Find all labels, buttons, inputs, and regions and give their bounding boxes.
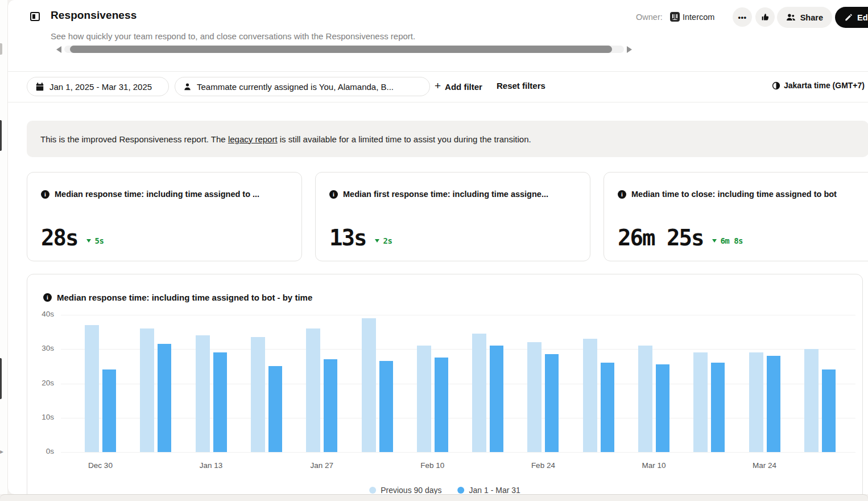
reset-filters-label: Reset filters	[497, 81, 545, 91]
x-axis-label: Dec 30	[75, 461, 126, 470]
legend-label: Jan 1 - Mar 31	[469, 486, 520, 494]
y-axis-label: 10s	[27, 413, 54, 421]
bar-current[interactable]	[158, 344, 171, 452]
bar-current[interactable]	[324, 359, 337, 452]
metric-title: Median time to close: including time ass…	[631, 190, 837, 199]
metric-card-median-first-response-time: i Median first response time: including …	[315, 172, 590, 261]
x-axis-label: Feb 24	[518, 461, 569, 470]
y-axis-label: 30s	[27, 344, 54, 352]
share-button[interactable]: Share	[777, 7, 832, 28]
bar-current[interactable]	[379, 361, 393, 452]
bar-current[interactable]	[656, 364, 669, 452]
bar-previous[interactable]	[306, 328, 320, 452]
bar-current[interactable]	[822, 369, 836, 452]
grid-line	[61, 452, 855, 453]
metric-delta: 5s	[86, 236, 104, 245]
bar-previous[interactable]	[140, 328, 154, 452]
bar-previous[interactable]	[749, 352, 763, 452]
bar-current[interactable]	[711, 363, 725, 452]
left-edge-marker	[0, 358, 2, 399]
info-icon[interactable]: i	[329, 190, 338, 199]
legacy-report-link[interactable]: legacy report	[228, 134, 278, 144]
scroll-right-arrow-icon[interactable]	[627, 46, 632, 53]
bar-previous[interactable]	[638, 346, 652, 452]
bar-previous[interactable]	[251, 337, 265, 452]
bar-current[interactable]	[268, 366, 282, 452]
bar-current[interactable]	[601, 363, 614, 452]
bar-current[interactable]	[490, 346, 503, 452]
arrow-down-icon	[86, 239, 91, 243]
legend-label: Previous 90 days	[381, 486, 441, 494]
bar-previous[interactable]	[362, 318, 376, 452]
response-time-chart-card: i Median response time: including time a…	[27, 274, 863, 494]
reset-filters-button[interactable]: Reset filters	[497, 81, 545, 91]
legend-dot-icon	[458, 487, 465, 494]
more-options-button[interactable]: •••	[733, 7, 752, 27]
metric-delta-value: 6m 8s	[720, 236, 743, 245]
scrollbar-thumb[interactable]	[70, 46, 612, 53]
grid-line	[61, 418, 855, 418]
legend-item[interactable]: Jan 1 - Mar 31	[458, 486, 520, 494]
chart-legend: Previous 90 daysJan 1 - Mar 31	[369, 486, 520, 494]
metric-delta-value: 5s	[94, 236, 104, 245]
bar-current[interactable]	[213, 352, 227, 452]
metric-value: 13s	[329, 225, 366, 250]
metric-title: Median first response time: including ti…	[343, 190, 548, 199]
intercom-logo-icon	[670, 12, 680, 22]
chevron-right-icon: ▸	[0, 447, 3, 455]
timezone-label: Jakarta time (GMT+7)	[784, 81, 865, 90]
horizontal-scrollbar[interactable]	[56, 46, 632, 54]
legend-item[interactable]: Previous 90 days	[369, 486, 441, 494]
bar-previous[interactable]	[85, 325, 99, 452]
metric-delta-value: 2s	[383, 236, 392, 245]
info-icon[interactable]: i	[618, 190, 626, 199]
bar-current[interactable]	[435, 358, 448, 452]
add-filter-button[interactable]: + Add filter	[435, 81, 482, 92]
bar-current[interactable]	[767, 356, 780, 452]
bar-previous[interactable]	[583, 339, 597, 452]
y-axis-label: 20s	[27, 379, 54, 387]
arrow-down-icon	[712, 239, 717, 243]
owner-name: Intercom	[683, 13, 714, 22]
bar-previous[interactable]	[804, 349, 819, 452]
bar-chart: 40s30s20s10s0sDec 30Jan 13Jan 27Feb 10Fe…	[27, 274, 862, 494]
x-axis-label: Mar 10	[629, 461, 680, 470]
info-icon[interactable]: i	[41, 190, 49, 199]
edit-button[interactable]: Edit	[835, 7, 868, 28]
bar-current[interactable]	[545, 354, 559, 452]
bar-previous[interactable]	[196, 335, 210, 452]
legend-dot-icon	[369, 487, 376, 494]
owner-label: Owner:	[636, 13, 663, 22]
people-icon	[786, 13, 796, 22]
metric-card-median-response-time: i Median response time: including time a…	[27, 172, 302, 261]
scroll-left-arrow-icon[interactable]	[56, 46, 61, 53]
bar-previous[interactable]	[693, 352, 708, 452]
teammate-filter-label: Teammate currently assigned is You, Alam…	[197, 82, 394, 92]
y-axis-label: 40s	[27, 310, 54, 318]
thumbs-up-icon	[760, 13, 770, 22]
metric-value: 26m 25s	[618, 225, 703, 250]
teammate-filter[interactable]: Teammate currently assigned is You, Alam…	[175, 77, 430, 96]
bottom-window-edge	[0, 494, 868, 501]
arrow-down-icon	[375, 239, 379, 243]
metric-delta: 2s	[375, 236, 392, 245]
left-edge-marker	[0, 43, 2, 55]
bar-previous[interactable]	[527, 342, 542, 452]
bar-previous[interactable]	[472, 334, 486, 452]
date-range-filter[interactable]: Jan 1, 2025 - Mar 31, 2025	[27, 77, 169, 96]
timezone-globe-icon	[772, 81, 780, 90]
add-filter-label: Add filter	[445, 82, 482, 92]
left-edge-marker	[0, 120, 2, 151]
bar-previous[interactable]	[417, 346, 431, 452]
divider	[8, 71, 868, 72]
like-button[interactable]	[755, 7, 775, 27]
grid-line	[61, 349, 855, 350]
x-axis-label: Mar 24	[739, 461, 790, 470]
bar-current[interactable]	[102, 369, 116, 452]
x-axis-label: Jan 13	[185, 461, 237, 470]
pencil-icon	[844, 13, 853, 22]
divider	[8, 102, 868, 102]
legacy-report-banner: This is the improved Responsiveness repo…	[27, 121, 868, 157]
metric-title: Median response time: including time ass…	[55, 190, 259, 199]
timezone-indicator: Jakarta time (GMT+7)	[772, 81, 865, 90]
